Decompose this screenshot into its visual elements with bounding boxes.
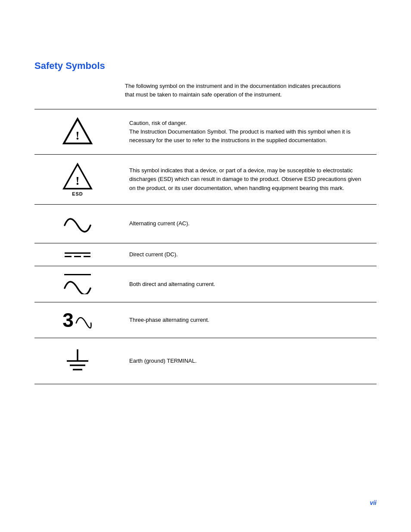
page-number: vii bbox=[370, 499, 377, 506]
dc-solid-line bbox=[65, 252, 90, 254]
symbol-cell-ac bbox=[34, 205, 121, 243]
symbol-cell-dc bbox=[34, 243, 121, 266]
svg-text:!: ! bbox=[75, 129, 79, 142]
symbol-cell-esd: ! ESD bbox=[34, 155, 121, 205]
table-row: ! ESD This symbol indicates that a devic… bbox=[34, 155, 377, 205]
three-phase-icon: 3 bbox=[41, 310, 114, 330]
table-row: Direct current (DC). bbox=[34, 243, 377, 266]
desc-cell-dc: Direct current (DC). bbox=[121, 243, 377, 266]
desc-cell-esd: This symbol indicates that a device, or … bbox=[121, 155, 377, 205]
esd-icon: ! ESD bbox=[41, 162, 114, 196]
dc-dashed-row bbox=[65, 256, 90, 257]
both-dc-ac-icon bbox=[41, 274, 114, 294]
ground-icon bbox=[41, 346, 114, 376]
intro-text: The following symbol on the instrument a… bbox=[125, 82, 349, 99]
svg-text:!: ! bbox=[75, 174, 79, 187]
symbol-cell-both bbox=[34, 266, 121, 302]
table-row: Alternating current (AC). bbox=[34, 205, 377, 243]
symbol-cell-caution: ! bbox=[34, 109, 121, 155]
dc-icon bbox=[41, 252, 114, 257]
desc-cell-three-phase: Three-phase alternating current. bbox=[121, 302, 377, 338]
table-row: 3 Three-phase alternating current. bbox=[34, 302, 377, 338]
desc-cell-ac: Alternating current (AC). bbox=[121, 205, 377, 243]
table-row: Both direct and alternating current. bbox=[34, 266, 377, 302]
desc-cell-both: Both direct and alternating current. bbox=[121, 266, 377, 302]
table-row: ! Caution, risk of danger.The Instructio… bbox=[34, 109, 377, 155]
ac-icon bbox=[41, 212, 114, 235]
symbols-table: ! Caution, risk of danger.The Instructio… bbox=[34, 109, 377, 384]
symbol-cell-ground bbox=[34, 338, 121, 384]
desc-cell-ground: Earth (ground) TERMINAL. bbox=[121, 338, 377, 384]
esd-label: ESD bbox=[72, 191, 83, 196]
table-row: Earth (ground) TERMINAL. bbox=[34, 338, 377, 384]
symbol-cell-three-phase: 3 bbox=[34, 302, 121, 338]
page-title: Safety Symbols bbox=[34, 60, 377, 72]
desc-cell-caution: Caution, risk of danger.The Instruction … bbox=[121, 109, 377, 155]
caution-warning-icon: ! bbox=[62, 117, 93, 145]
